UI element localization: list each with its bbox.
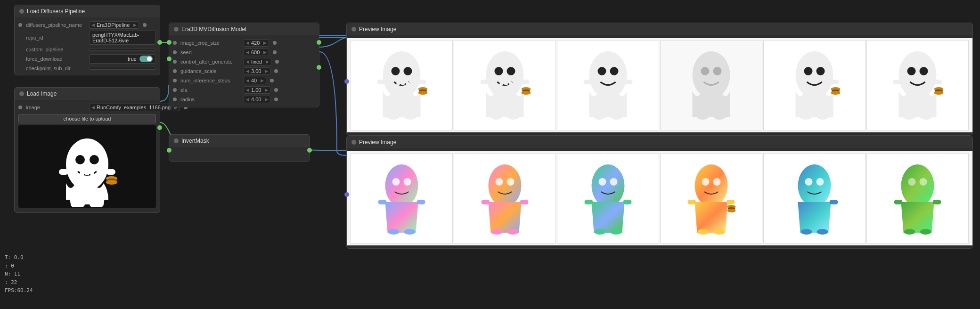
svg-point-102 — [805, 178, 813, 186]
svg-rect-7 — [106, 169, 115, 175]
node-body-load-image: image ◀ RunComfy_examples_1166.png ▶ cho… — [15, 100, 160, 212]
field-checkpoint[interactable] — [89, 67, 156, 70]
label-control: control_after_generate — [180, 59, 242, 65]
svg-point-69 — [920, 113, 932, 120]
connector-left-pipeline-name — [18, 23, 22, 27]
field-ela[interactable]: ◀ 1.00 ▶ — [244, 86, 270, 94]
node-body-preview-bottom — [347, 148, 972, 248]
field-crop-size[interactable]: ◀ 420 ▶ — [244, 39, 269, 47]
connector-left-seed — [173, 50, 177, 54]
field-seed[interactable]: ◀ 600 ▶ — [244, 49, 269, 56]
choose-file-button[interactable]: choose file to upload — [18, 114, 156, 123]
stat-unknown2: : 22 — [5, 278, 33, 287]
field-force-download[interactable]: true — [89, 54, 156, 64]
svg-rect-6 — [59, 169, 68, 175]
svg-point-92 — [702, 178, 710, 186]
field-pipeline-name[interactable]: ◀ Era3DPipeline ▶ — [89, 21, 139, 29]
connector-right-control — [275, 60, 279, 64]
field-radius[interactable]: ◀ 4.00 ▶ — [244, 96, 270, 103]
svg-point-58 — [800, 113, 812, 120]
svg-point-70 — [385, 164, 418, 207]
svg-point-62 — [920, 67, 928, 75]
field-control[interactable]: ◀ fixed ▶ — [244, 58, 271, 65]
svg-rect-111 — [933, 200, 941, 204]
node-body-invertmask — [169, 147, 310, 161]
svg-point-76 — [404, 229, 416, 235]
node-load-image: Load Image image ◀ RunComfy_examples_116… — [14, 87, 160, 213]
svg-rect-17 — [401, 82, 405, 85]
svg-rect-32 — [481, 80, 489, 84]
svg-point-53 — [817, 67, 825, 75]
output-connector-era3d-2 — [317, 65, 321, 70]
stats-overlay: T: 0.0 : 0 N: 11 : 22 FPS:60.24 — [5, 253, 33, 295]
param-row-pipeline-name: diffusers_pipeline_name ◀ Era3DPipeline … — [15, 20, 160, 30]
svg-point-27 — [495, 67, 503, 75]
svg-point-28 — [507, 67, 515, 75]
field-image[interactable]: ◀ RunComfy_examples_1166.png ▶ — [89, 104, 180, 111]
svg-rect-16 — [397, 82, 400, 85]
label-radius: radius — [180, 97, 242, 102]
param-row-crop-size: image_crop_size ◀ 420 ▶ — [169, 38, 319, 48]
node-header-era3d: Era3D MVDiffusion Model — [169, 23, 319, 35]
node-header-load-image: Load Image — [15, 88, 160, 100]
param-row-ela: ela ◀ 1.00 ▶ — [169, 85, 319, 95]
preview-cell-bottom-1 — [351, 153, 453, 244]
svg-point-45 — [611, 113, 623, 120]
svg-point-84 — [592, 164, 625, 207]
node-dot-invertmask — [174, 138, 179, 143]
svg-rect-29 — [500, 82, 503, 85]
field-guidance[interactable]: ◀ 3.00 ▶ — [244, 67, 270, 75]
stat-fps: FPS:60.24 — [5, 286, 33, 295]
preview-cell-top-4 — [660, 40, 762, 130]
svg-point-86 — [610, 178, 618, 186]
svg-point-101 — [798, 164, 831, 207]
label-seed: seed — [180, 49, 242, 55]
svg-point-38 — [507, 113, 520, 120]
canvas: Load Diffusers Pipeline diffusers_pipeli… — [0, 0, 980, 309]
arrow-left-pipeline-name[interactable]: ◀ — [91, 23, 95, 27]
toggle-force-download[interactable] — [139, 56, 153, 62]
label-pipeline-name: diffusers_pipeline_name — [26, 22, 87, 28]
preview-cell-bottom-4 — [660, 153, 762, 244]
svg-rect-81 — [520, 200, 529, 204]
field-custom-pipeline[interactable] — [89, 48, 156, 51]
svg-point-89 — [595, 229, 606, 235]
svg-point-40 — [598, 67, 606, 75]
svg-rect-64 — [934, 80, 942, 84]
preview-cell-top-6 — [866, 40, 969, 130]
connector-left-crop-size — [173, 41, 177, 45]
connector-left-guidance — [173, 69, 177, 73]
svg-point-82 — [491, 229, 503, 235]
node-dot-preview-bottom — [351, 140, 356, 145]
svg-point-37 — [490, 113, 503, 120]
svg-point-23 — [418, 91, 428, 95]
svg-point-1 — [75, 155, 85, 164]
label-inference-steps: num_inference_steps — [180, 78, 242, 83]
preview-cell-top-2 — [454, 40, 556, 130]
svg-point-100 — [714, 229, 725, 235]
field-inference-steps[interactable]: ◀ 40 ▶ — [244, 77, 266, 84]
label-checkpoint: checkpoint_sub_dir — [26, 65, 87, 71]
spacer-left-force — [18, 57, 22, 61]
svg-rect-33 — [521, 80, 530, 84]
stat-n: N: 11 — [5, 270, 33, 278]
label-force-download: force_download — [26, 56, 87, 62]
svg-point-72 — [404, 178, 411, 186]
label-image: image — [26, 105, 87, 110]
svg-rect-87 — [585, 200, 593, 204]
param-row-inference-steps: num_inference_steps ◀ 40 ▶ — [169, 76, 319, 85]
svg-point-79 — [507, 178, 514, 186]
svg-point-112 — [904, 229, 915, 235]
svg-rect-19 — [377, 80, 386, 84]
svg-point-15 — [404, 67, 412, 75]
output-connector-invertmask — [307, 148, 312, 153]
svg-point-48 — [713, 67, 722, 75]
arrow-left-image[interactable]: ◀ — [91, 105, 95, 110]
field-repo-id[interactable]: pengHTYX/MacLab-Era3D-512-6vie — [89, 31, 156, 45]
arrow-right-pipeline-name[interactable]: ▶ — [133, 23, 137, 27]
svg-point-25 — [404, 113, 416, 120]
connector-left-ela — [173, 88, 177, 92]
param-row-repo-id: repo_id pengHTYX/MacLab-Era3D-512-6vie — [15, 30, 160, 46]
preview-cell-bottom-2 — [454, 153, 556, 244]
node-dot-load-image — [19, 91, 24, 96]
